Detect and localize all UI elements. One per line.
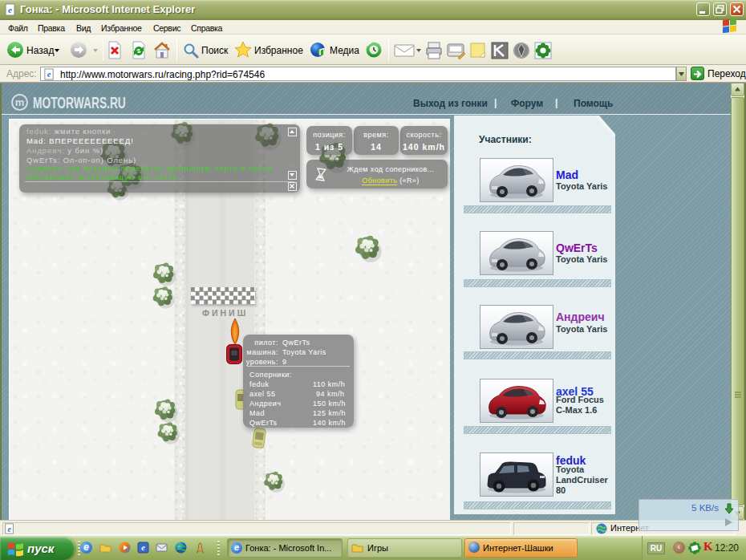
svg-text:Назад: Назад <box>26 45 54 56</box>
svg-text:e: e <box>47 70 51 79</box>
svg-text:e: e <box>8 5 12 14</box>
svg-text:e: e <box>141 543 145 552</box>
